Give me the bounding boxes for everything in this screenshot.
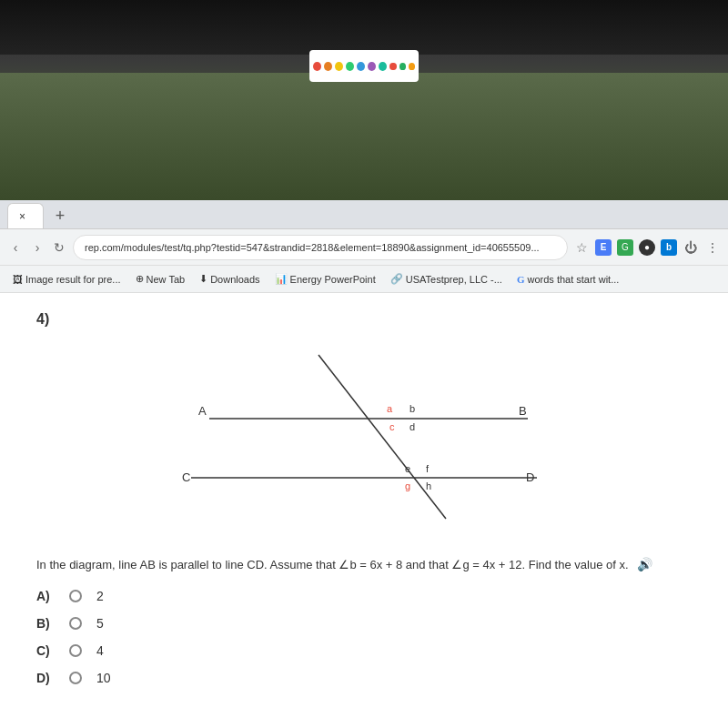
bookmark-usa-label: USATestprep, LLC -... [406, 274, 502, 285]
geometry-diagram-container: A B C D a b c d e f g h [36, 346, 692, 528]
svg-text:c: c [389, 421, 395, 432]
page-content: 4) A B C D a b c d [0, 293, 728, 728]
extension-icon-1[interactable]: E [595, 239, 612, 256]
option-d-radio[interactable] [69, 672, 82, 684]
laptop-top-area [0, 0, 728, 200]
option-a-value: 2 [96, 589, 104, 603]
url-text: rep.com/modules/test/tq.php?testid=547&s… [85, 242, 540, 253]
bookmark-newtab-label: New Tab [147, 274, 186, 285]
extension-icon-4[interactable]: b [661, 239, 677, 256]
option-a-radio[interactable] [69, 590, 82, 602]
option-b-label: B) [36, 616, 55, 631]
option-d-label: D) [36, 671, 55, 685]
menu-button[interactable]: ⋮ [704, 239, 721, 256]
bookmark-image-label: Image result for pre... [25, 274, 121, 285]
forward-button[interactable]: › [29, 239, 46, 256]
webcam-sticker [309, 50, 419, 82]
question-text-content: In the diagram, line AB is parallel to l… [36, 558, 629, 571]
tab-close-icon: × [19, 210, 25, 223]
bookmark-downloads-label: Downloads [210, 274, 259, 285]
bookmark-downloads[interactable]: ⬇ Downloads [194, 271, 265, 287]
bookmark-google-icon: G [517, 274, 525, 285]
extension-icon-3[interactable]: ● [639, 239, 655, 256]
bookmark-google[interactable]: G words that start wit... [511, 272, 624, 287]
question-text: In the diagram, line AB is parallel to l… [36, 555, 692, 574]
svg-text:B: B [519, 404, 527, 418]
new-tab-button[interactable]: + [47, 203, 73, 228]
option-b-value: 5 [96, 616, 104, 631]
geometry-diagram: A B C D a b c d e f g h [136, 346, 592, 528]
reload-button[interactable]: ↻ [51, 239, 67, 256]
desk-surface [0, 73, 728, 200]
option-a-label: A) [36, 589, 55, 603]
option-c-label: C) [36, 643, 55, 658]
audio-icon[interactable]: 🔊 [637, 555, 652, 574]
option-c-radio[interactable] [69, 644, 82, 657]
svg-text:d: d [410, 421, 415, 432]
svg-text:g: g [405, 480, 410, 491]
address-bar: ‹ › ↻ rep.com/modules/test/tq.php?testid… [0, 229, 728, 266]
option-c-value: 4 [96, 643, 104, 658]
answer-option-b[interactable]: B) 5 [36, 616, 692, 631]
svg-text:f: f [426, 463, 430, 474]
browser-tab[interactable]: × [7, 203, 44, 228]
bookmark-star-icon[interactable]: ☆ [573, 239, 590, 256]
bookmark-image-result[interactable]: 🖼 Image result for pre... [7, 272, 126, 287]
bookmark-energy-label: Energy PowerPoint [290, 274, 376, 285]
bookmark-img-icon: 🖼 [13, 274, 23, 285]
tab-bar: × + [0, 200, 728, 229]
answer-option-c[interactable]: C) 4 [36, 643, 692, 658]
svg-text:h: h [426, 480, 431, 491]
svg-text:D: D [526, 470, 534, 484]
svg-text:a: a [387, 403, 393, 414]
power-icon[interactable]: ⏻ [682, 239, 699, 256]
url-input[interactable]: rep.com/modules/test/tq.php?testid=547&s… [73, 235, 568, 260]
answer-option-a[interactable]: A) 2 [36, 589, 692, 603]
question-number: 4) [36, 311, 692, 328]
svg-text:b: b [410, 403, 415, 414]
browser-window: × + ‹ › ↻ rep.com/modules/test/tq.php?te… [0, 200, 728, 728]
back-button[interactable]: ‹ [7, 239, 24, 256]
svg-text:C: C [182, 470, 190, 484]
option-d-value: 10 [96, 671, 111, 685]
bookmark-energy-icon: 📊 [275, 273, 288, 285]
bookmark-usatestprep[interactable]: 🔗 USATestprep, LLC -... [385, 271, 508, 287]
bookmark-google-label: words that start wit... [527, 274, 619, 285]
answer-option-d[interactable]: D) 10 [36, 671, 692, 685]
extension-icon-2[interactable]: G [617, 239, 633, 256]
bookmarks-bar: 🖼 Image result for pre... ⊕ New Tab ⬇ Do… [0, 266, 728, 293]
svg-text:A: A [198, 404, 207, 418]
svg-line-2 [318, 355, 446, 519]
bookmark-newtab-icon: ⊕ [136, 273, 144, 285]
bookmark-energy[interactable]: 📊 Energy PowerPoint [269, 271, 381, 287]
bookmark-new-tab[interactable]: ⊕ New Tab [130, 271, 191, 287]
option-b-radio[interactable] [69, 617, 82, 630]
bookmark-usa-icon: 🔗 [390, 273, 403, 285]
bookmark-download-icon: ⬇ [199, 273, 207, 285]
svg-text:e: e [405, 463, 410, 474]
